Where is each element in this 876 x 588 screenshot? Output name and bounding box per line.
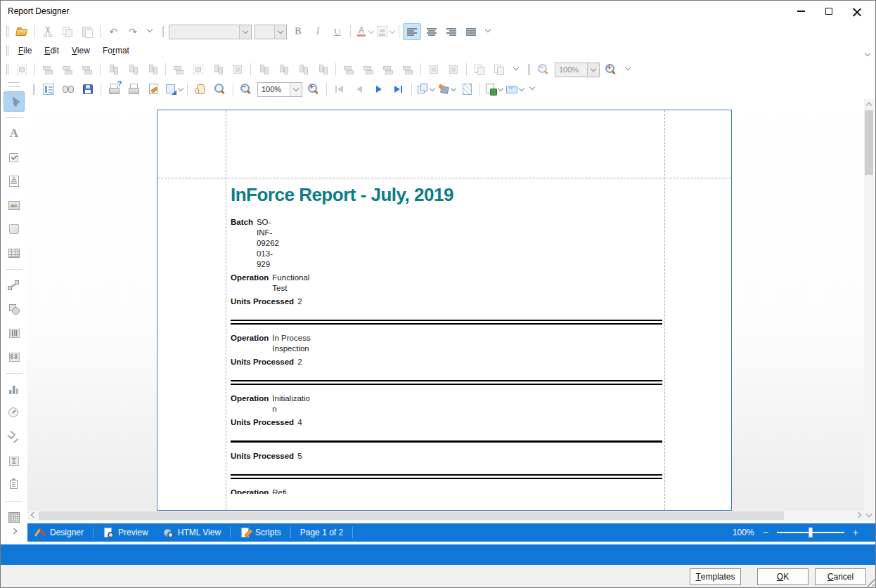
minimize-button[interactable] bbox=[787, 1, 815, 22]
field-label: Operation bbox=[231, 488, 269, 494]
toolbox-grip[interactable] bbox=[8, 82, 20, 87]
undo-icon: ↶ bbox=[107, 25, 120, 38]
preview-zoom-combo[interactable]: 100% bbox=[257, 82, 302, 97]
barcode-button[interactable] bbox=[4, 323, 25, 344]
next-page-icon bbox=[373, 83, 385, 96]
view-tabs: DesignerPreviewHTML ViewScriptsPage 1 of… bbox=[27, 523, 355, 542]
save-button[interactable] bbox=[79, 81, 97, 98]
line-icon bbox=[8, 279, 20, 292]
toolbar-grip[interactable] bbox=[162, 26, 164, 37]
page-info-button[interactable] bbox=[4, 475, 25, 495]
hand-tool-button[interactable] bbox=[191, 81, 210, 98]
last-page-button[interactable] bbox=[389, 81, 408, 98]
maximize-button[interactable] bbox=[815, 1, 843, 22]
magnifier-button[interactable] bbox=[211, 81, 229, 98]
close-button[interactable] bbox=[843, 1, 871, 22]
zoom-in-button[interactable]: + bbox=[853, 528, 858, 537]
close-icon bbox=[853, 7, 861, 15]
panel-button[interactable] bbox=[4, 219, 25, 240]
scroll-up-button[interactable] bbox=[864, 99, 874, 110]
ok-button[interactable]: OK bbox=[757, 568, 809, 585]
document-map-button[interactable] bbox=[39, 81, 58, 98]
tab-html-view[interactable]: HTML View bbox=[155, 523, 228, 542]
pivot-grid-button[interactable] bbox=[4, 507, 25, 528]
zoom-in-designer-button[interactable]: + bbox=[602, 61, 620, 78]
make-horizontal-spacing-equal-icon bbox=[257, 63, 270, 76]
zoom-out-button[interactable]: − bbox=[237, 81, 255, 98]
watermark-button[interactable] bbox=[458, 81, 476, 98]
chart-button[interactable] bbox=[4, 379, 25, 400]
pointer-button[interactable] bbox=[4, 91, 25, 112]
open-icon bbox=[15, 25, 28, 38]
align-right-button[interactable] bbox=[442, 23, 460, 40]
toolbar-grip[interactable] bbox=[6, 64, 8, 75]
scroll-right-button[interactable] bbox=[854, 511, 864, 521]
toolbox-items: AA88Σ bbox=[1, 91, 27, 528]
quick-print-button[interactable] bbox=[124, 81, 143, 98]
toolbar-grip[interactable] bbox=[6, 26, 8, 37]
toolbar-grip[interactable] bbox=[33, 84, 35, 95]
toolbar-overflow-chevron[interactable] bbox=[865, 46, 870, 58]
multiple-pages-button[interactable] bbox=[416, 81, 435, 98]
zoom-slider[interactable] bbox=[777, 532, 844, 533]
undo-button[interactable]: ↶ bbox=[104, 23, 122, 40]
sparkline-button[interactable] bbox=[4, 427, 25, 447]
zip-code-button[interactable]: 88 bbox=[4, 347, 25, 367]
menu-edit[interactable]: Edit bbox=[38, 43, 65, 58]
table-button[interactable] bbox=[4, 243, 25, 263]
horizontal-scrollbar[interactable] bbox=[27, 511, 864, 521]
align-dropdown-button[interactable] bbox=[482, 23, 496, 40]
check-box-button[interactable] bbox=[4, 148, 25, 168]
menu-format[interactable]: Format bbox=[96, 43, 136, 58]
summary-button[interactable]: Σ bbox=[4, 451, 25, 471]
menu-view[interactable]: View bbox=[65, 43, 96, 58]
scroll-left-button[interactable] bbox=[27, 511, 38, 521]
toolbar-separator bbox=[187, 83, 188, 96]
search-button[interactable] bbox=[59, 81, 77, 98]
export-document-button[interactable] bbox=[484, 81, 503, 98]
gauge-button[interactable] bbox=[4, 403, 25, 424]
align-vertical-centers-button bbox=[124, 61, 142, 78]
scroll-down-button[interactable] bbox=[864, 510, 874, 521]
dropdown-arrow-icon bbox=[274, 25, 286, 39]
toolbox-expander-button[interactable] bbox=[7, 528, 21, 537]
zoom-out-button[interactable]: − bbox=[763, 528, 768, 537]
page-setup-button[interactable] bbox=[144, 81, 162, 98]
picture-box-button[interactable] bbox=[4, 195, 25, 216]
toolbar-grip[interactable] bbox=[528, 64, 530, 75]
print-button[interactable]: ? bbox=[105, 81, 123, 98]
templates-button[interactable]: Templates bbox=[690, 568, 741, 585]
open-button[interactable] bbox=[13, 23, 31, 40]
horizontal-scrollbar-thumb[interactable] bbox=[39, 511, 784, 520]
toolbar-grip[interactable] bbox=[6, 45, 8, 56]
tab-scripts[interactable]: Scripts bbox=[233, 523, 288, 542]
vertical-scrollbar[interactable] bbox=[864, 99, 874, 521]
rich-text-button[interactable]: A bbox=[4, 171, 25, 192]
undo-redo-dropdown-button[interactable] bbox=[143, 23, 157, 40]
scale-button[interactable] bbox=[164, 81, 183, 98]
next-page-button[interactable] bbox=[370, 81, 388, 98]
send-via-email-button[interactable] bbox=[505, 81, 524, 98]
zoom-slider-thumb[interactable] bbox=[809, 528, 812, 537]
shape-button[interactable] bbox=[4, 299, 25, 320]
toolbar-separator bbox=[466, 63, 467, 76]
order-dropdown-button[interactable] bbox=[510, 61, 524, 78]
align-left-button[interactable] bbox=[403, 23, 421, 40]
magnifier-icon bbox=[214, 83, 226, 96]
align-justify-button[interactable] bbox=[462, 23, 480, 40]
report-field-row: Units Processed2 bbox=[231, 296, 662, 307]
label-button[interactable]: A bbox=[4, 124, 25, 144]
vertical-scrollbar-thumb[interactable] bbox=[865, 110, 873, 175]
redo-button[interactable]: ↷ bbox=[124, 23, 142, 40]
page-color-button[interactable] bbox=[437, 81, 456, 98]
tab-designer[interactable]: Designer bbox=[27, 523, 91, 542]
menu-file[interactable]: File bbox=[12, 43, 38, 58]
tab-preview[interactable]: Preview bbox=[96, 523, 155, 542]
cancel-button[interactable]: Cancel bbox=[815, 568, 866, 585]
report-field-row: OperationRefi bbox=[231, 488, 662, 494]
align-center-button[interactable] bbox=[423, 23, 441, 40]
preview-more-button[interactable] bbox=[526, 81, 540, 98]
designer-zoom-dropdown-button[interactable] bbox=[621, 61, 636, 78]
line-button[interactable] bbox=[4, 275, 25, 296]
zoom-in-button[interactable]: + bbox=[304, 81, 323, 98]
